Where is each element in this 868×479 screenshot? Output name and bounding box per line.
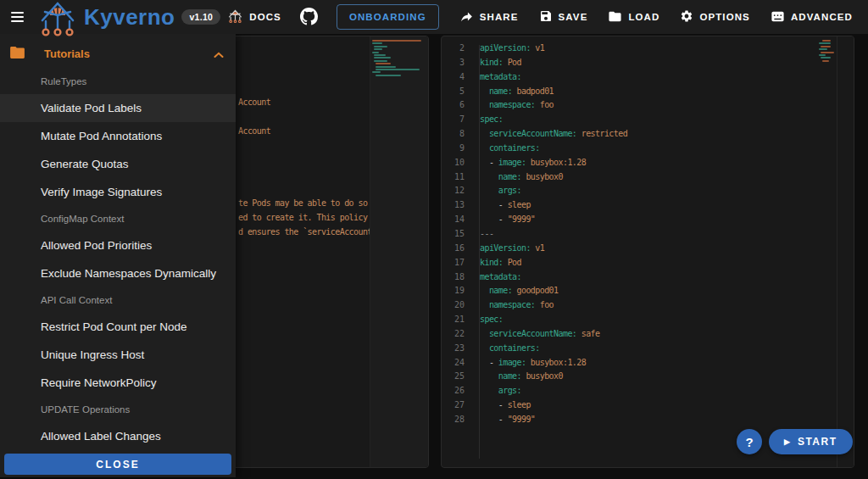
code-line: 26 args: [442, 384, 794, 398]
minimap-line [376, 69, 420, 70]
line-number: 23 [442, 342, 465, 356]
line-number: 5 [442, 85, 465, 99]
line-number: 9 [442, 142, 465, 156]
line-number: 19 [442, 284, 465, 298]
code-line: 3kind: Pod [442, 56, 794, 70]
share-icon [459, 9, 474, 25]
folder-icon [608, 9, 622, 25]
save-button[interactable]: SAVE [532, 3, 595, 31]
line-number: 7 [442, 113, 465, 127]
sidebar-subheader-update-operations: UPDATE Operations [0, 397, 236, 422]
docs-button[interactable]: DOCS [220, 3, 288, 32]
minimap-line [374, 57, 391, 58]
app-bar: Kyverno v1.10 DOCS ON [0, 0, 868, 34]
minimap-line [374, 60, 387, 62]
tutorials-group-label: Tutorials [44, 47, 214, 60]
play-icon: ▶ [784, 437, 790, 446]
line-number: 10 [442, 156, 465, 170]
minimap-line [374, 54, 386, 56]
code-line: 8 serviceAccountName: restricted [442, 127, 794, 142]
code-line: 27 - sleep [442, 398, 794, 413]
line-number: 15 [442, 227, 465, 242]
line-number: 26 [442, 384, 465, 398]
load-button[interactable]: LOAD [601, 3, 666, 32]
help-button[interactable]: ? [737, 429, 762, 454]
version-badge: v1.10 [181, 9, 220, 25]
code-line: 22 serviceAccountName: safe [442, 327, 794, 342]
advanced-button[interactable]: ADVANCED [764, 3, 860, 32]
minimap-line [819, 48, 827, 50]
line-number: 11 [442, 170, 465, 185]
policy-code-fragment: ed to create it. This policy che [238, 211, 386, 226]
minimap-line [376, 75, 401, 76]
resource-minimap[interactable] [837, 36, 854, 467]
minimap-line [374, 48, 382, 50]
line-number: 27 [442, 398, 465, 413]
code-line: 16apiVersion: v1 [442, 242, 794, 256]
line-number: 2 [442, 42, 465, 56]
onboarding-button[interactable]: ONBOARDING [337, 4, 439, 30]
line-number: 3 [442, 56, 465, 70]
kyverno-logo [36, 1, 79, 42]
folder-icon [10, 47, 25, 62]
line-number: 4 [442, 70, 465, 85]
sidebar-item-exclude-namespaces-dynamically[interactable]: Exclude Namespaces Dynamically [0, 259, 236, 287]
start-button[interactable]: ▶ START [769, 429, 853, 454]
minimap-line [372, 42, 382, 44]
code-line: 7spec: [442, 113, 794, 127]
code-line: 24 - image: busybox:1.28 [442, 356, 794, 370]
policy-code-fragment: Account [238, 96, 270, 110]
code-line: 21spec: [442, 313, 794, 327]
minimap-line [376, 66, 396, 68]
minimap-line [821, 46, 831, 47]
sidebar-item-restrict-pod-count-per-node[interactable]: Restrict Pod Count per Node [0, 313, 236, 341]
code-line: 19 name: goodpod01 [442, 284, 794, 298]
code-line: 5 name: badpod01 [442, 85, 794, 99]
code-line: 10 - image: busybox:1.28 [442, 156, 794, 170]
minimap-line [372, 40, 421, 42]
code-line: 9 containers: [442, 142, 794, 156]
menu-icon[interactable] [11, 10, 26, 24]
sidebar-item-require-networkpolicy[interactable]: Require NetworkPolicy [0, 369, 236, 397]
code-line: 14 - "9999" [442, 213, 794, 227]
code-line: 4metadata: [442, 70, 794, 85]
minimap-line [822, 40, 831, 42]
sidebar-item-unique-ingress-host[interactable]: Unique Ingress Host [0, 341, 236, 369]
chevron-up-icon [214, 47, 224, 62]
code-line: 2apiVersion: v1 [442, 42, 794, 56]
sidebar-subheader-ruletypes: RuleTypes [0, 69, 236, 94]
github-button[interactable] [295, 1, 323, 34]
resource-code[interactable]: 2apiVersion: v13kind: Pod4metadata:5 nam… [442, 42, 794, 427]
sidebar-item-validate-pod-labels[interactable]: Validate Pod Labels [0, 94, 236, 122]
minimap-line [372, 52, 379, 53]
line-number: 13 [442, 198, 465, 213]
tutorials-group-header[interactable]: Tutorials [0, 34, 236, 69]
line-number: 8 [442, 127, 465, 142]
resource-editor-panel[interactable]: 2apiVersion: v13kind: Pod4metadata:5 nam… [441, 36, 854, 468]
minimap-line [822, 60, 829, 62]
options-button[interactable]: OPTIONS [673, 3, 756, 31]
policy-minimap[interactable] [370, 36, 428, 467]
question-mark-icon: ? [745, 435, 753, 449]
sidebar-item-verify-image-signatures[interactable]: Verify Image Signatures [0, 178, 236, 206]
sidebar-item-allowed-label-changes[interactable]: Allowed Label Changes [0, 422, 236, 450]
sidebar-item-allowed-pod-priorities[interactable]: Allowed Pod Priorities [0, 231, 236, 259]
gear-icon [680, 9, 693, 25]
minimap-line [821, 52, 834, 53]
share-button[interactable]: SHARE [453, 3, 526, 32]
sidebar-item-generate-quotas[interactable]: Generate Quotas [0, 150, 236, 178]
code-line: 13 - sleep [442, 198, 794, 213]
tutorials-list: RuleTypesValidate Pod LabelsMutate Pod A… [0, 69, 236, 450]
line-number: 17 [442, 256, 465, 270]
app-bar-actions: DOCS ONBOARDING SHARE [220, 1, 868, 34]
line-number: 21 [442, 313, 465, 327]
sidebar-item-mutate-pod-annotations[interactable]: Mutate Pod Annotations [0, 122, 236, 150]
policy-code-fragment: Account [238, 125, 270, 139]
docs-kyverno-icon [227, 9, 243, 25]
minimap-line [374, 46, 387, 47]
line-number: 16 [442, 242, 465, 256]
close-drawer-button[interactable]: CLOSE [4, 454, 231, 475]
minimap-line [372, 71, 381, 73]
code-line: 28 - "9999" [442, 413, 794, 427]
line-number: 24 [442, 356, 465, 370]
